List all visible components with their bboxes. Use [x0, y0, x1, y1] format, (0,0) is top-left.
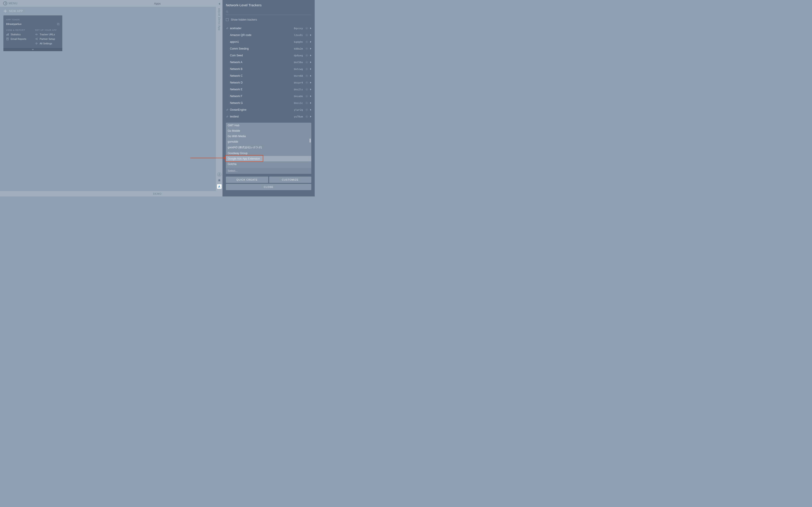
a-badge-icon[interactable]: A	[217, 184, 221, 189]
dropdown-item[interactable]: Go Mobile	[226, 128, 311, 133]
caret-right-icon[interactable]	[310, 61, 311, 63]
all-settings-link[interactable]: All Settings	[35, 41, 60, 46]
statistics-link[interactable]: Statistics	[6, 32, 31, 37]
android-icon[interactable]	[218, 179, 221, 182]
tracker-row[interactable]: Network Abkt56o	[226, 59, 311, 66]
tracker-name: OceanEngine	[230, 108, 294, 111]
statistics-label: Statistics	[11, 33, 20, 36]
gear-icon[interactable]	[305, 74, 308, 77]
partner-setup-label: Partner Setup	[40, 38, 55, 40]
dropdown-item[interactable]: GMT Hub	[226, 123, 311, 128]
collapse-tab[interactable]: adjust Demo App A	[216, 0, 222, 191]
gear-icon[interactable]	[305, 61, 308, 64]
tracker-row[interactable]: Network Bbktcwg	[226, 66, 311, 72]
tracker-token: bkrn68	[294, 74, 303, 77]
caret-right-icon[interactable]	[310, 48, 311, 50]
panel-title: Network-Level Trackers	[226, 3, 311, 7]
link-icon	[35, 33, 38, 36]
dropdown-select-placeholder[interactable]: Select...	[226, 168, 311, 174]
tracker-row[interactable]: Network Gbksi1c	[226, 100, 311, 106]
gear-icon[interactable]	[305, 34, 308, 37]
dropdown-item[interactable]: gomobbi	[226, 139, 311, 145]
tracker-token: k88w2m	[294, 47, 303, 50]
tracker-row[interactable]: Network Cbkrn68	[226, 72, 311, 79]
caret-right-icon[interactable]	[310, 116, 311, 117]
dropdown-item[interactable]: Google Ads App Extension	[226, 156, 311, 161]
gear-icon[interactable]	[305, 54, 308, 57]
link-icon	[226, 27, 229, 30]
svg-point-23	[306, 62, 307, 63]
appstore-icon[interactable]	[217, 172, 221, 176]
tracker-row[interactable]: OceanEngineylwr2g	[226, 106, 311, 113]
tracker-row[interactable]: Comm Seedingk88w2m	[226, 45, 311, 52]
caret-right-icon[interactable]	[310, 55, 311, 56]
menu-label: MENU	[9, 2, 17, 5]
gear-icon[interactable]	[305, 81, 308, 84]
share-icon	[35, 38, 38, 40]
tracker-row[interactable]: testtestyu78um	[226, 113, 311, 120]
gear-icon[interactable]	[305, 88, 308, 91]
caret-right-icon[interactable]	[310, 109, 311, 111]
caret-right-icon[interactable]	[310, 102, 311, 104]
caret-right-icon[interactable]	[310, 89, 311, 90]
caret-right-icon[interactable]	[310, 27, 311, 29]
show-hidden-label: Show hidden trackers	[231, 18, 257, 21]
tracker-row[interactable]: Amazon QR codel2os0i	[226, 32, 311, 39]
caret-right-icon[interactable]	[310, 34, 311, 36]
scrollbar-thumb[interactable]	[309, 138, 311, 143]
show-hidden-checkbox[interactable]: Show hidden trackers	[226, 18, 311, 21]
caret-right-icon[interactable]	[310, 68, 311, 70]
dropdown-item[interactable]: goodAD (株式会社レボラボ)	[226, 145, 311, 151]
caret-right-icon[interactable]	[310, 82, 311, 83]
svg-point-24	[306, 69, 307, 69]
close-button[interactable]: CLOSE	[226, 184, 311, 190]
tracker-row[interactable]: Network Dbkspr4	[226, 79, 311, 86]
tracker-name: appcn1	[230, 40, 294, 44]
caret-right-icon[interactable]	[310, 41, 311, 43]
link-icon	[226, 108, 229, 111]
new-app-button[interactable]: NEW APP	[0, 7, 216, 15]
gear-icon[interactable]	[305, 67, 308, 71]
gear-icon[interactable]	[305, 95, 308, 98]
svg-point-20	[306, 42, 307, 42]
tracker-row[interactable]: appcn1kqdg9n	[226, 39, 311, 45]
dropdown-item[interactable]: Gotzha	[226, 161, 311, 167]
gear-icon[interactable]	[305, 108, 308, 111]
tracker-row[interactable]: acetrader8qvsxy	[226, 25, 311, 32]
card-expand-toggle[interactable]	[3, 48, 62, 51]
checkbox-icon	[226, 18, 229, 21]
quick-create-button[interactable]: QUICK CREATE	[226, 176, 268, 183]
tracker-name: Network F	[230, 95, 294, 98]
dropdown-item[interactable]: Goodway Group	[226, 151, 311, 156]
gear-icon[interactable]	[305, 115, 308, 118]
email-reports-link[interactable]: Email Reports	[6, 37, 31, 41]
dropdown-list[interactable]: GMT HubGo MobileGo With Mediagomobbigood…	[226, 123, 311, 168]
gear-icon[interactable]	[305, 27, 308, 30]
svg-rect-3	[7, 34, 8, 36]
all-settings-label: All Settings	[40, 42, 52, 45]
menu-button[interactable]: MENU	[3, 1, 17, 5]
search-field[interactable]	[226, 9, 311, 15]
copy-icon[interactable]	[57, 23, 60, 25]
tracker-row[interactable]: Network Ebks2ls	[226, 86, 311, 93]
tracker-name: testtest	[230, 115, 294, 118]
gear-icon[interactable]	[305, 101, 308, 105]
partner-setup-link[interactable]: Partner Setup	[35, 37, 60, 41]
tracker-token: 8qvsxy	[294, 27, 303, 30]
app-token-label: APP TOKEN	[3, 18, 62, 22]
caret-right-icon[interactable]	[310, 75, 311, 77]
caret-right-icon[interactable]	[310, 95, 311, 97]
network-dropdown[interactable]: GMT HubGo MobileGo With Mediagomobbigood…	[226, 123, 311, 174]
tracker-name: Network C	[230, 74, 294, 77]
customize-button[interactable]: CUSTOMIZE	[269, 176, 311, 183]
gear-icon[interactable]	[305, 40, 308, 44]
tracker-urls-link[interactable]: Tracker URLs	[35, 32, 60, 37]
tracker-row[interactable]: Network Fbksabk	[226, 93, 311, 100]
search-input[interactable]	[230, 10, 311, 13]
gear-icon[interactable]	[305, 47, 308, 50]
dropdown-item[interactable]: Go With Media	[226, 133, 311, 139]
tracker-row[interactable]: Com Seeddp9yeg	[226, 52, 311, 59]
tracker-token: kqdg9n	[294, 41, 303, 44]
svg-point-29	[306, 103, 307, 103]
svg-point-28	[306, 96, 307, 97]
